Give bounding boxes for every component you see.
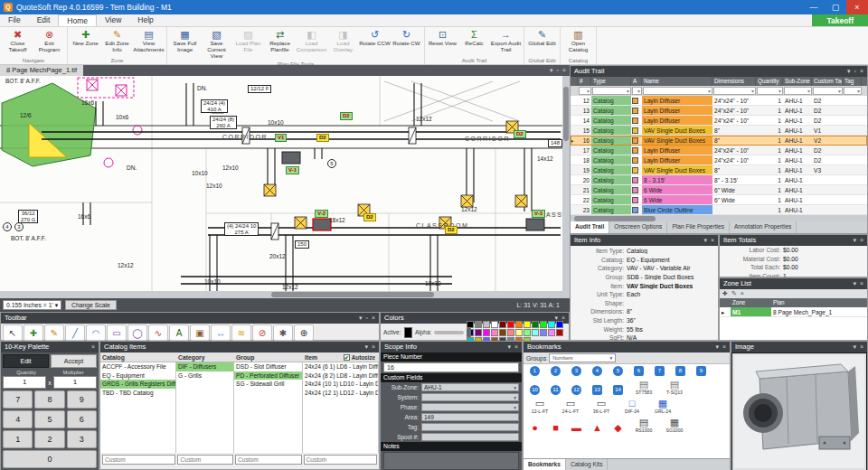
catalog-list-item[interactable]: 24x24 (8 2) LD8 - Layin Diffuser xyxy=(303,371,378,381)
ribbon-button-reset-view[interactable]: ⊡Reset View xyxy=(427,28,458,56)
alpha-slider-thumb[interactable] xyxy=(467,328,471,337)
menu-help[interactable]: Help xyxy=(129,14,161,26)
key-7[interactable]: 7 xyxy=(3,390,33,409)
freehand-tool[interactable]: ∿ xyxy=(148,324,168,341)
key-5[interactable]: 5 xyxy=(34,410,64,428)
panel-pin-icon[interactable]: ▫ xyxy=(365,313,367,324)
edit-button[interactable]: Edit xyxy=(3,354,49,368)
panel-close-icon[interactable]: × xyxy=(722,342,726,352)
panel-menu-icon[interactable]: ▾ xyxy=(853,278,856,289)
panel-menu-icon[interactable]: ▾ xyxy=(715,342,719,352)
ribbon-button-save-current-view[interactable]: ▧Save Current View xyxy=(201,28,232,60)
audit-col-type[interactable]: Type xyxy=(591,77,631,86)
bookmark-item-2[interactable]: 2 xyxy=(547,366,564,376)
audit-col-marker[interactable] xyxy=(571,77,578,86)
key-1[interactable]: 1 xyxy=(3,430,33,448)
bookmarks-tab-bookmarks[interactable]: Bookmarks xyxy=(524,459,566,470)
color-swatch[interactable] xyxy=(548,329,555,336)
audit-row-14[interactable]: 14CatalogLayin Diffuser24"x24" - 10"1AHU… xyxy=(571,116,867,126)
color-swatch[interactable] xyxy=(515,321,523,328)
select-tool[interactable]: ↖ xyxy=(3,324,23,341)
notes-input[interactable] xyxy=(383,452,519,470)
bookmark-item[interactable]: ■ xyxy=(547,422,564,433)
audit-row-17[interactable]: 17CatalogLayin Diffuser24"x24" - 10"1AHU… xyxy=(571,146,867,155)
panel-menu-icon[interactable]: ▾ xyxy=(359,313,363,324)
scope-field-input[interactable]: ▾ xyxy=(421,393,519,401)
audit-row-16[interactable]: ▸16CatalogVAV Single Duct Boxes8"1AHU-1V… xyxy=(571,136,867,146)
drawing-viewport[interactable]: BOT. 8' A.F.F.16x6DN.12/12 F24/24 (4) 41… xyxy=(0,76,570,291)
bookmark-item-rs1000[interactable]: ▤RS1000 xyxy=(630,417,657,433)
color-swatch[interactable] xyxy=(540,321,547,328)
ribbon-button-view-attachments[interactable]: ▤View Attachments xyxy=(133,28,165,56)
catalog-list-item[interactable]: DSD - Slot Diffuser xyxy=(234,362,302,371)
audit-col-name[interactable]: Name xyxy=(642,77,712,86)
rectangle-tool[interactable]: ▭ xyxy=(107,324,127,341)
color-swatch[interactable] xyxy=(532,321,539,328)
audit-row-20[interactable]: 20Catalog8 - 3.15'8" - 3.15'1AHU-1 xyxy=(571,175,867,185)
menu-home[interactable]: Home xyxy=(58,14,97,26)
bookmark-item-12[interactable]: 12 xyxy=(568,385,585,395)
bookmark-item-36-l-ft[interactable]: ▭36-L-FT xyxy=(588,398,615,414)
audit-col-a[interactable]: A xyxy=(631,77,642,86)
drawing-horizontal-scrollbar[interactable] xyxy=(0,291,570,298)
bookmark-item[interactable]: ● xyxy=(526,422,543,433)
color-swatch[interactable] xyxy=(491,321,498,328)
key-8[interactable]: 8 xyxy=(34,390,64,409)
panel-close-icon[interactable]: × xyxy=(372,342,375,352)
scope-field-input[interactable] xyxy=(421,423,519,431)
scope-field-input[interactable] xyxy=(421,433,519,441)
bookmark-item-st7583[interactable]: ▤ST7583 xyxy=(630,379,657,395)
color-swatch[interactable] xyxy=(483,321,490,328)
zoom-tool[interactable]: ⊕ xyxy=(294,324,314,341)
bookmark-item-3[interactable]: 3 xyxy=(568,366,585,376)
panel-menu-icon[interactable]: ▾ xyxy=(364,342,368,352)
key-3[interactable]: 3 xyxy=(67,430,97,448)
edit-zone-icon[interactable]: ✎ xyxy=(731,289,737,298)
erase-tool[interactable]: ⊘ xyxy=(252,324,272,341)
audit-row-21[interactable]: 21Catalog6 Wide6" Wide1AHU-1 xyxy=(571,185,867,195)
audit-col-blank[interactable]: # xyxy=(578,77,591,86)
panel-menu-icon[interactable]: ▾ xyxy=(853,235,856,246)
window-titlebar[interactable]: Q QuoteSoft Rep 4.0.16599 - Tem Building… xyxy=(0,0,868,14)
color-swatch[interactable] xyxy=(499,329,506,336)
doctab-float-icon[interactable]: ▫ xyxy=(556,65,558,76)
scale-value-select[interactable]: 0.155 Inches = 1' ▾ xyxy=(3,300,61,310)
color-swatch[interactable] xyxy=(499,321,506,328)
hscroll-thumb[interactable] xyxy=(271,292,434,297)
bookmark-item-grl-24[interactable]: ▦GRL-24 xyxy=(649,398,676,414)
audit-filter-cell[interactable]: ▾ xyxy=(713,87,756,95)
color-swatch[interactable] xyxy=(475,329,482,336)
delete-zone-icon[interactable]: × xyxy=(741,289,744,298)
catalog-list-item[interactable]: 24x24 (6 1) LD6 - Layin Diffuser xyxy=(303,362,378,371)
group-select[interactable]: Numbers▾ xyxy=(549,353,616,362)
takeoff-mode-label[interactable]: Takeoff xyxy=(812,14,868,26)
ribbon-button-exit-program[interactable]: ⊗Exit Program xyxy=(33,28,65,56)
audit-filter-cell[interactable]: ▾ xyxy=(813,87,843,95)
catalog-list-item[interactable]: EQ - Equipment xyxy=(100,371,175,381)
audit-filter-cell[interactable]: ▾ xyxy=(784,87,812,95)
color-swatch[interactable] xyxy=(524,321,531,328)
bookmark-item-sg1000[interactable]: ▦SG1000 xyxy=(661,417,688,433)
audit-filter-cell[interactable]: ▾ xyxy=(757,87,783,95)
audit-filter-cell[interactable]: ▾ xyxy=(592,87,631,95)
multiplier-value[interactable]: 1 xyxy=(53,376,97,389)
bookmarks-tab-catalog-kits[interactable]: Catalog Kits xyxy=(566,459,609,470)
custom-field-input[interactable]: Custom xyxy=(177,455,233,465)
custom-field-input[interactable]: Custom xyxy=(102,455,175,465)
custom-field-input[interactable]: Custom xyxy=(235,455,302,465)
audit-filter-cell[interactable]: ▾ xyxy=(643,87,712,95)
ribbon-button-rotate-ccw[interactable]: ↺Rotate CCW xyxy=(359,28,391,60)
key-6[interactable]: 6 xyxy=(67,410,97,428)
ribbon-button-close-takeoff[interactable]: ✖Close Takeoff xyxy=(2,28,33,56)
add-item-tool[interactable]: ✚ xyxy=(24,324,43,341)
panel-close-icon[interactable]: × xyxy=(860,235,863,246)
highlight-tool[interactable]: ≋ xyxy=(231,324,251,341)
bookmark-item-14[interactable]: 14 xyxy=(609,385,627,395)
ribbon-button-replace-planfile[interactable]: ⇄Replace Planfile xyxy=(264,28,296,60)
panel-menu-icon[interactable]: ▾ xyxy=(847,66,851,77)
color-swatch[interactable] xyxy=(532,329,539,336)
bookmark-item[interactable]: ▬ xyxy=(568,422,585,433)
dimension-tool[interactable]: ↔ xyxy=(211,324,231,341)
audit-col-custom-tag[interactable]: Custom Tag xyxy=(812,77,843,86)
audit-filter-cell[interactable]: ▾ xyxy=(579,87,591,95)
